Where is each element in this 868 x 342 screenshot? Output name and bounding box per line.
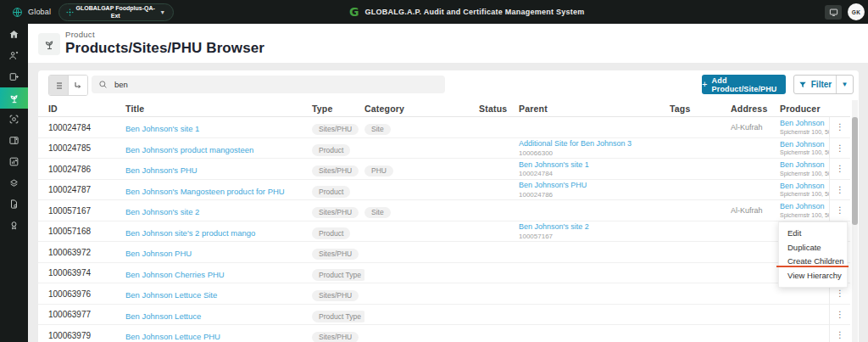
producer-address: Spichernstr 100, 50672 xyxy=(780,212,829,219)
filter-dropdown-button[interactable]: ▼ xyxy=(836,76,853,93)
table-row[interactable]: 100057168 Ben Johnson site's 2 product m… xyxy=(38,221,850,243)
cell-id: 100024787 xyxy=(48,185,125,194)
table-row[interactable]: 100063979 Ben Johnson Lettuce PHU Sites/… xyxy=(38,325,850,342)
row-title-link[interactable]: Ben Johnson Lettuce Site xyxy=(125,290,217,300)
hierarchy-view-button[interactable] xyxy=(68,76,87,95)
menu-item-duplicate[interactable]: Duplicate xyxy=(779,241,847,255)
sidebar-item-registry[interactable] xyxy=(0,130,28,151)
producer-link[interactable]: Ben Johnson xyxy=(780,182,829,192)
page-icon-tile xyxy=(38,33,60,55)
search-icon xyxy=(98,80,108,89)
table-row[interactable]: 100063976 Ben Johnson Lettuce Site Sites… xyxy=(38,283,850,305)
table-row[interactable]: 100024786 Ben Johnson's PHU Sites/PHU PH… xyxy=(38,159,850,180)
parent-link[interactable]: Ben Johnson's PHU xyxy=(519,181,670,190)
col-header-id[interactable]: ID xyxy=(48,104,125,114)
filter-button[interactable]: Filter xyxy=(794,76,836,93)
kebab-icon: ⋮ xyxy=(836,123,844,132)
add-product-label: Add Product/Site/PHU xyxy=(712,76,786,93)
type-badge: Sites/PHU xyxy=(312,249,359,261)
list-view-button[interactable] xyxy=(49,76,68,95)
parent-id: 100066300 xyxy=(519,149,670,158)
search-input[interactable] xyxy=(113,79,438,90)
vertical-scrollbar[interactable] xyxy=(852,100,858,342)
row-menu-button[interactable]: ⋮ xyxy=(829,117,850,138)
row-title-link[interactable]: Ben Johnson's product mangosteen xyxy=(125,145,253,154)
users-icon xyxy=(8,50,19,61)
producer-link[interactable]: Ben Johnson xyxy=(780,119,829,129)
display-button[interactable] xyxy=(825,5,842,20)
col-header-title[interactable]: Title xyxy=(125,104,312,114)
row-title-link[interactable]: Ben Johnson's Mangosteen product for PHU xyxy=(125,187,285,196)
table-row[interactable]: 100063977 Ben Johnson Lettuce Product Ty… xyxy=(38,305,850,326)
view-toggle-group xyxy=(48,75,88,96)
table-row[interactable]: 100063974 Ben Johnson Cherries PHU Produ… xyxy=(38,263,850,284)
audit-box-icon xyxy=(8,71,19,82)
add-product-button[interactable]: + Add Product/Site/PHU xyxy=(702,75,786,94)
menu-item-view-hierarchy[interactable]: View Hierarchy xyxy=(779,269,847,283)
row-menu-button[interactable]: ⋮ xyxy=(829,200,850,221)
col-header-producer[interactable]: Producer xyxy=(780,104,829,114)
medal-icon xyxy=(8,220,19,231)
sidebar-item-scan[interactable] xyxy=(0,109,28,130)
sidebar-item-documents[interactable] xyxy=(0,193,28,215)
producer-link[interactable]: Ben Johnson xyxy=(780,140,829,150)
row-title-link[interactable]: Ben Johnson PHU xyxy=(125,249,192,258)
parent-id: 100024784 xyxy=(519,170,670,178)
row-menu-button[interactable]: ⋮ xyxy=(829,325,850,342)
col-header-status[interactable]: Status xyxy=(479,104,519,114)
app-title: GLOBALG.A.P. Audit and Certificate Manag… xyxy=(365,8,585,16)
row-title-link[interactable]: Ben Johnson's PHU xyxy=(125,165,198,175)
table-row[interactable]: 100024785 Ben Johnson's product mangoste… xyxy=(38,138,850,160)
table-row[interactable]: 100024784 Ben Johnson's site 1 Sites/PHU… xyxy=(38,117,850,138)
row-title-link[interactable]: Ben Johnson Lettuce PHU xyxy=(125,332,220,341)
type-badge: Sites/PHU xyxy=(312,290,359,302)
producer-link[interactable]: Ben Johnson xyxy=(780,160,829,171)
cell-id: 100063976 xyxy=(48,289,125,299)
sidebar-item-reports[interactable] xyxy=(0,151,28,172)
col-header-parent[interactable]: Parent xyxy=(519,104,670,114)
row-title-link[interactable]: Ben Johnson's site 1 xyxy=(125,124,199,133)
sidebar-item-home[interactable] xyxy=(0,24,28,45)
target-dots-icon xyxy=(65,8,75,17)
cell-id: 100063977 xyxy=(48,310,125,319)
row-menu-button[interactable]: ⋮ xyxy=(829,159,850,180)
layers-icon xyxy=(8,177,19,188)
kebab-icon: ⋮ xyxy=(836,206,844,215)
col-header-category[interactable]: Category xyxy=(364,104,479,114)
row-title-link[interactable]: Ben Johnson Cherries PHU xyxy=(125,270,225,279)
browser-card: + Add Product/Site/PHU Filter ▼ ID Title… xyxy=(38,70,859,342)
globalgap-logo: G xyxy=(349,5,359,19)
row-title-link[interactable]: Ben Johnson's site 2 xyxy=(125,207,199,216)
menu-item-edit[interactable]: Edit xyxy=(779,227,847,241)
parent-link[interactable]: Ben Johnson's site 2 xyxy=(519,222,670,232)
producer-link[interactable]: Ben Johnson xyxy=(780,202,829,212)
col-header-type[interactable]: Type xyxy=(312,104,364,114)
row-menu-button[interactable]: ⋮ xyxy=(829,138,850,160)
type-badge: Sites/PHU xyxy=(312,207,359,219)
type-badge: Product Type xyxy=(312,269,364,281)
sidebar-item-layers[interactable] xyxy=(0,172,28,193)
parent-link[interactable]: Additional Site for Ben Johnson 3 xyxy=(519,139,670,149)
sidebar-item-users[interactable] xyxy=(0,45,28,66)
app-header: G GLOBALG.A.P. Audit and Certificate Man… xyxy=(349,0,585,24)
category-badge: PHU xyxy=(364,165,393,177)
producer-address: Spichernstr 100, 50672 xyxy=(780,171,829,177)
table-row[interactable]: 100024787 Ben Johnson's Mangosteen produ… xyxy=(38,180,850,201)
cell-id: 100024786 xyxy=(48,165,125,174)
col-header-tags[interactable]: Tags xyxy=(670,104,731,114)
table-row[interactable]: 100057167 Ben Johnson's site 2 Sites/PHU… xyxy=(38,200,850,221)
row-menu-button[interactable]: ⋮ xyxy=(829,180,850,201)
row-menu-button[interactable]: ⋮ xyxy=(829,305,850,326)
cell-id: 100063972 xyxy=(48,248,125,257)
user-avatar[interactable]: GK xyxy=(848,3,865,20)
sidebar-item-certificates[interactable] xyxy=(0,215,28,236)
col-header-address[interactable]: Address xyxy=(731,104,780,114)
sidebar-item-products[interactable] xyxy=(0,87,28,109)
row-title-link[interactable]: Ben Johnson site's 2 product mango xyxy=(125,228,255,238)
scrollbar-thumb[interactable] xyxy=(852,117,858,225)
org-selector[interactable]: GLOBALGAP Foodplus-QA-Ext ▼ xyxy=(58,3,174,21)
parent-link[interactable]: Ben Johnson's site 1 xyxy=(519,160,670,170)
table-row[interactable]: 100063972 Ben Johnson PHU Sites/PHU ⋮ xyxy=(38,242,850,263)
row-title-link[interactable]: Ben Johnson Lettuce xyxy=(125,311,201,321)
sidebar-item-audits[interactable] xyxy=(0,66,28,87)
